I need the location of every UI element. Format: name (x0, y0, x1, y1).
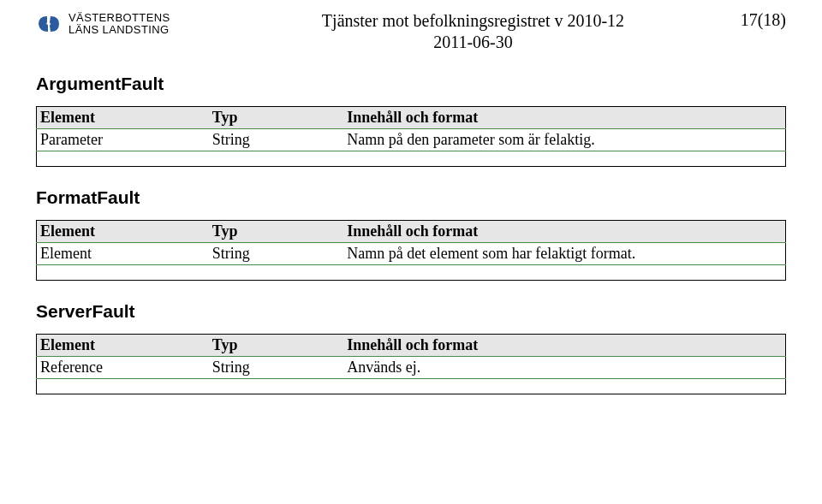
table-row: Parameter String Namn på den parameter s… (37, 129, 786, 151)
section-heading: ServerFault (36, 301, 786, 322)
doc-title-line1: Tjänster mot befolkningsregistret v 2010… (263, 10, 683, 32)
table-header-row: Element Typ Innehåll och format (37, 335, 786, 357)
doc-title: Tjänster mot befolkningsregistret v 2010… (263, 9, 683, 53)
cell: Namn på den parameter som är felaktig. (343, 129, 785, 151)
table-spacer (37, 379, 786, 394)
page: VÄSTERBOTTENS LÄNS LANDSTING Tjänster mo… (0, 0, 822, 394)
cell: String (209, 129, 344, 151)
cell: Element (37, 243, 209, 265)
section-heading: FormatFault (36, 187, 786, 208)
col-header: Innehåll och format (343, 221, 785, 243)
page-number: 17(18) (683, 9, 786, 30)
col-header: Innehåll och format (343, 107, 785, 129)
cell: String (209, 357, 344, 379)
org-logo-icon (36, 12, 62, 36)
col-header: Typ (209, 107, 344, 129)
col-header: Element (37, 107, 209, 129)
org-name: VÄSTERBOTTENS LÄNS LANDSTING (68, 12, 170, 37)
table-argumentfault: Element Typ Innehåll och format Paramete… (36, 106, 786, 167)
table-row: Reference String Används ej. (37, 357, 786, 379)
doc-title-line2: 2011-06-30 (263, 32, 683, 53)
cell: Namn på det element som har felaktigt fo… (343, 243, 785, 265)
col-header: Innehåll och format (343, 335, 785, 357)
table-header-row: Element Typ Innehåll och format (37, 107, 786, 129)
col-header: Element (37, 335, 209, 357)
table-spacer (37, 265, 786, 281)
col-header: Typ (209, 221, 344, 243)
page-header: VÄSTERBOTTENS LÄNS LANDSTING Tjänster mo… (36, 9, 786, 53)
org-name-line1: VÄSTERBOTTENS (68, 12, 170, 24)
org-name-line2: LÄNS LANDSTING (68, 24, 170, 36)
cell: String (209, 243, 344, 265)
table-formatfault: Element Typ Innehåll och format Element … (36, 220, 786, 281)
table-header-row: Element Typ Innehåll och format (37, 221, 786, 243)
cell: Parameter (37, 129, 209, 151)
table-spacer (37, 151, 786, 167)
table-serverfault: Element Typ Innehåll och format Referenc… (36, 334, 786, 394)
col-header: Typ (209, 335, 344, 357)
cell: Reference (37, 357, 209, 379)
org-logo-block: VÄSTERBOTTENS LÄNS LANDSTING (36, 9, 263, 37)
section-heading: ArgumentFault (36, 74, 786, 94)
col-header: Element (37, 221, 209, 243)
cell: Används ej. (343, 357, 785, 379)
table-row: Element String Namn på det element som h… (37, 243, 786, 265)
